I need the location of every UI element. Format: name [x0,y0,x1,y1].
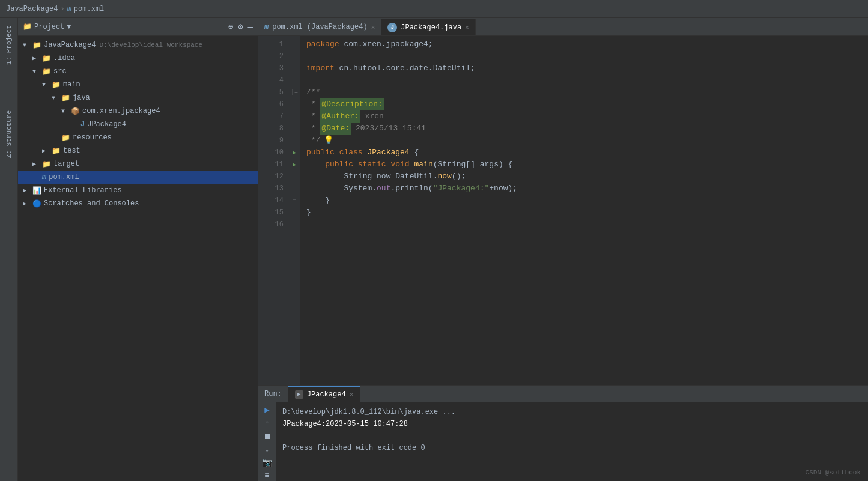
code-line-15: } [306,207,868,219]
editor-area: m pom.xml (JavaPackage4) ✕ J JPackage4.j… [258,18,868,481]
ln-8: 8 [258,123,284,135]
project-tree: ▼ 📁 JavaPackage4 D:\develop\ideal_worksp… [18,36,258,481]
java-arrow: ▼ [52,95,61,101]
src-arrow: ▼ [32,68,42,75]
gutter-14: ◻ [288,195,300,207]
resources-label: resources [73,133,112,142]
main-layout: 1: Project Z: Structure 📁 Project ▼ ⊕ ⚙ … [0,18,868,481]
scratches-arrow: ▶ [23,200,32,207]
code-area[interactable]: package com.xren.jpackage4; import cn.hu… [300,36,868,385]
test-label: test [63,147,80,155]
ln-7: 7 [258,110,284,123]
tree-item-test[interactable]: ▶ 📁 test [18,144,258,157]
tree-item-src[interactable]: ▼ 📁 src [18,65,258,78]
gutter-6 [288,98,300,110]
src-folder-icon: 📁 [42,67,51,76]
snapshot-btn[interactable]: 📷 [261,457,274,468]
tree-item-main[interactable]: ▼ 📁 main [18,78,258,91]
run-label: Run: [258,390,288,398]
tree-root-item[interactable]: ▼ 📁 JavaPackage4 D:\develop\ideal_worksp… [18,38,258,52]
lightbulb-icon[interactable]: 💡 [324,135,333,147]
code-line-10: public class JPackage4 { [306,147,868,159]
gutter-11: ▶ [288,159,300,171]
breadcrumb-separator: › [60,5,64,13]
panel-icon-settings[interactable]: ⚙ [238,22,243,32]
panel-icon-minimize[interactable]: — [248,22,253,32]
tree-item-target[interactable]: ▶ 📁 target [18,157,258,171]
scroll-up-btn[interactable]: ↑ [261,418,274,429]
gutter-10: ▶ [288,147,300,159]
tab-pom-xml[interactable]: m pom.xml (JavaPackage4) ✕ [258,19,381,35]
resources-folder-icon: 📁 [61,133,70,142]
bottom-content: ▶ ↑ ⏹ ↓ 📷 ≡ D:\develop\jdk1.8.0_112\bin\… [258,402,868,481]
ln-13: 13 [258,183,284,195]
project-sidebar-label[interactable]: 1: Project [4,20,14,70]
fold-5[interactable]: |= [291,89,298,96]
gutter-1 [288,38,300,50]
jpackage4-tab-label: JPackage4.java [401,23,461,32]
idea-folder-icon: 📁 [42,54,51,63]
filter-btn[interactable]: ≡ [261,470,274,481]
code-line-11: public static void main(String[] args) { [306,159,868,171]
gutter-15 [288,207,300,219]
pom-label: pom.xml [49,173,79,181]
run-arrow-11[interactable]: ▶ [293,161,296,168]
bottom-toolbar: ▶ ↑ ⏹ ↓ 📷 ≡ [258,402,276,481]
line-numbers: 1 2 3 4 5 6 7 8 9 10 11 12 13 14 15 16 [258,36,288,385]
jpackage4-tab-close[interactable]: ✕ [465,23,469,31]
breadcrumb: JavaPackage4 › m pom.xml [6,5,104,13]
run-tab-close[interactable]: ✕ [350,390,354,398]
gutter-7 [288,110,300,123]
tree-item-package[interactable]: ▼ 📦 com.xren.jpackage4 [18,104,258,118]
structure-sidebar-label[interactable]: Z: Structure [4,106,14,163]
kw-package: package [306,38,339,50]
tree-item-external-libs[interactable]: ▶ 📊 External Libraries [18,184,258,197]
main-arrow: ▼ [42,82,52,88]
code-line-14: } [306,195,868,207]
tree-item-scratches[interactable]: ▶ 🔵 Scratches and Consoles [18,197,258,210]
run-btn[interactable]: ▶ [261,405,274,416]
gutter-13 [288,183,300,195]
tree-item-idea[interactable]: ▶ 📁 .idea [18,52,258,65]
editor-content: 1 2 3 4 5 6 7 8 9 10 11 12 13 14 15 16 [258,36,868,385]
code-line-6: * @Description: [306,98,868,110]
pom-tab-close[interactable]: ✕ [371,23,375,31]
ext-libs-label: External Libraries [44,186,122,195]
panel-title-text: Project [34,23,64,31]
gutter-3 [288,62,300,74]
gutter-12 [288,171,300,183]
folder-icon: 📁 [23,22,32,31]
package-arrow: ▼ [61,108,71,115]
pom-xml-icon: m [42,173,46,181]
run-arrow-10[interactable]: ▶ [293,149,296,156]
tree-item-pom[interactable]: ▶ m pom.xml [18,171,258,184]
panel-icon-gear[interactable]: ⊕ [228,22,233,32]
tree-item-java[interactable]: ▼ 📁 java [18,91,258,104]
title-bar: JavaPackage4 › m pom.xml [0,0,868,18]
console-output: D:\develop\jdk1.8.0_112\bin\java.exe ...… [276,402,868,481]
ln-2: 2 [258,50,284,62]
tab-jpackage4-java[interactable]: J JPackage4.java ✕ [381,19,475,35]
ln-5: 5 [258,86,284,98]
fold-14[interactable]: ◻ [293,197,296,204]
console-line-3 [282,430,862,442]
target-arrow: ▶ [32,160,42,168]
panel-dropdown-arrow[interactable]: ▼ [67,23,71,31]
code-line-7: * @Auther: xren [306,110,868,123]
gutter: |= ▶ ▶ ◻ [288,36,300,385]
code-line-16 [306,219,868,231]
root-arrow: ▼ [23,42,32,49]
ln-1: 1 [258,38,284,50]
gutter-8 [288,123,300,135]
jpackage4-java-icon: J [80,120,85,129]
code-line-8: * @Date: 2023/5/13 15:41 [306,123,868,135]
panel-header-icons: ⊕ ⚙ — [228,22,253,32]
scroll-down-btn[interactable]: ↓ [261,444,274,455]
ln-16: 16 [258,219,284,231]
ln-6: 6 [258,98,284,110]
main-label: main [63,80,80,89]
tree-item-resources[interactable]: ▶ 📁 resources [18,131,258,144]
tree-item-jpackage4[interactable]: ▶ J JPackage4 [18,118,258,131]
stop-btn[interactable]: ⏹ [261,431,274,442]
bottom-tab-run[interactable]: ▶ JPackage4 ✕ [288,386,360,402]
